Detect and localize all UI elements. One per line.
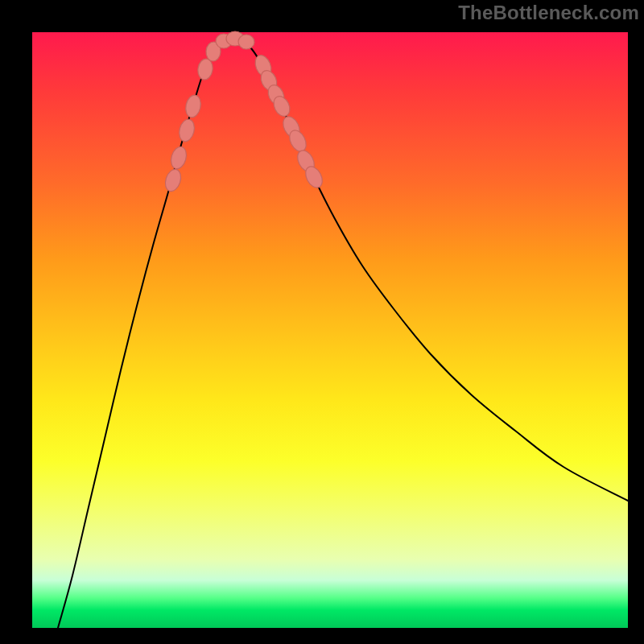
series-left-branch [58,39,233,628]
marker-point [237,34,254,49]
marker-point [177,118,196,143]
gradient-plot-area [32,32,628,628]
series-group [58,39,628,628]
marker-point [184,93,202,118]
marker-group [163,31,325,193]
chart-frame: TheBottleneck.com [0,0,644,644]
marker-point [163,167,184,193]
watermark-text: TheBottleneck.com [458,2,639,24]
marker-point [168,145,188,171]
series-right-branch [233,39,628,501]
curve-svg [32,32,628,628]
